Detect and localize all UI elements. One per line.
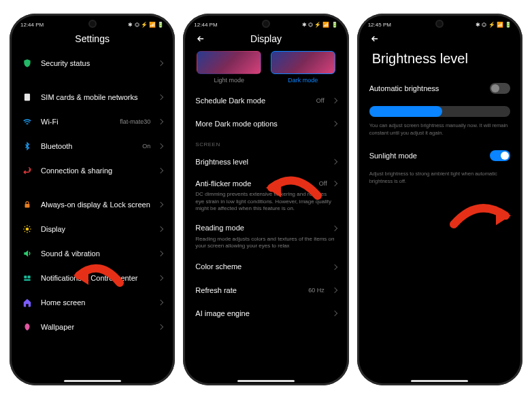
row-value: On (142, 143, 150, 150)
theme-mode-row: Light mode Dark mode (187, 51, 344, 89)
settings-row-display[interactable]: Display (14, 217, 171, 241)
page-title: Settings (10, 33, 175, 44)
sunlight-help: Adjust brightness to strong ambient ligh… (361, 168, 518, 192)
row-label: Wallpaper (41, 322, 150, 332)
chevron-right-icon (158, 168, 163, 173)
lock-icon (22, 199, 33, 210)
header: Brightness level (357, 31, 522, 76)
camera-notch (435, 20, 444, 28)
settings-row-sim-cards-mobile-networks[interactable]: SIM cards & mobile networks (14, 85, 171, 109)
settings-row-wallpaper[interactable]: Wallpaper (14, 315, 171, 339)
back-button[interactable] (369, 33, 380, 44)
brightness-help: You can adjust screen brightness manuall… (361, 120, 518, 143)
more-dark-mode-options[interactable]: More Dark mode options (187, 112, 344, 135)
svg-rect-1 (25, 204, 30, 208)
svg-rect-3 (24, 276, 27, 279)
chevron-right-icon (331, 311, 337, 316)
chevron-right-icon (331, 225, 337, 230)
phone-settings: 12:44 PM ✱ ⏣ ⚡ 📶 🔋 Settings Security sta… (10, 14, 175, 385)
row-label: Notifications & Control center (41, 273, 150, 283)
chevron-right-icon (158, 251, 163, 256)
camera-notch (88, 20, 97, 28)
light-mode-thumb (197, 51, 261, 74)
anti-flicker-mode[interactable]: Anti-flicker mode Off DC dimming prevent… (187, 173, 344, 218)
automatic-brightness[interactable]: Automatic brightness (361, 76, 518, 101)
svg-rect-0 (24, 94, 30, 101)
dark-mode-label: Dark mode (271, 77, 335, 84)
chevron-right-icon (158, 143, 163, 149)
status-icons-right: ✱ ⏣ ⚡ 📶 🔋 (302, 22, 338, 28)
row-label: Sound & vibration (41, 249, 150, 258)
camera-notch (262, 20, 270, 28)
chevron-right-icon (158, 202, 163, 207)
phone-brightness: 12:45 PM ✱ ⏣ ⚡ 📶 🔋 Brightness level Auto… (357, 14, 522, 385)
bluetooth-icon (22, 141, 33, 152)
dark-mode-thumb (271, 51, 335, 74)
ai-image-engine[interactable]: AI image engine (187, 302, 344, 325)
phone-display: 12:44 PM ✱ ⏣ ⚡ 📶 🔋 Display Light mode Da… (183, 14, 348, 385)
row-label: Display (41, 224, 150, 234)
sunlight-mode-toggle[interactable] (490, 150, 510, 161)
home-indicator[interactable] (64, 380, 121, 382)
svg-rect-4 (28, 276, 31, 279)
chevron-right-icon (158, 94, 163, 100)
status-time: 12:45 PM (368, 22, 391, 28)
page-title: Display (183, 33, 348, 44)
brightness-slider-fill (369, 106, 443, 117)
status-time: 12:44 PM (194, 22, 217, 28)
light-mode-card[interactable]: Light mode (197, 51, 261, 84)
chevron-right-icon (331, 264, 337, 269)
settings-row-always-on-display-lock-screen[interactable]: Always-on display & Lock screen (14, 192, 171, 217)
brightness-level[interactable]: Brightness level (187, 150, 344, 173)
sim-icon (22, 92, 33, 103)
row-label: Connection & sharing (41, 166, 150, 175)
chevron-right-icon (331, 158, 337, 164)
header: Settings (10, 31, 175, 51)
settings-row-security-status[interactable]: Security status (14, 51, 171, 75)
settings-row-wi-fi[interactable]: Wi-Fiflat-mate30 (14, 109, 171, 134)
chevron-right-icon (158, 60, 163, 66)
row-label: Home screen (41, 298, 150, 307)
notifications-icon (22, 273, 33, 283)
auto-brightness-toggle[interactable] (490, 83, 510, 94)
chevron-right-icon (158, 119, 163, 124)
settings-row-bluetooth[interactable]: BluetoothOn (14, 134, 171, 158)
wallpaper-icon (22, 322, 33, 332)
wifi-icon (22, 116, 33, 127)
sound-icon (22, 248, 33, 259)
status-icons-right: ✱ ⏣ ⚡ 📶 🔋 (476, 22, 512, 28)
brightness-content: Automatic brightness You can adjust scre… (357, 76, 522, 385)
shield-icon (22, 58, 33, 69)
light-mode-label: Light mode (197, 77, 261, 84)
svg-point-2 (26, 228, 29, 231)
display-list[interactable]: Light mode Dark mode Schedule Dark mode … (183, 51, 348, 385)
row-label: SIM cards & mobile networks (41, 92, 150, 102)
connection-icon (22, 165, 33, 176)
schedule-dark-mode[interactable]: Schedule Dark mode Off (187, 89, 344, 112)
home-indicator[interactable] (411, 380, 468, 382)
chevron-right-icon (158, 324, 163, 330)
chevron-right-icon (331, 98, 337, 103)
status-time: 12:44 PM (20, 22, 44, 28)
home-indicator[interactable] (237, 380, 295, 382)
page-title: Brightness level (369, 51, 468, 67)
settings-row-home-screen[interactable]: Home screen (14, 290, 171, 315)
settings-row-connection-sharing[interactable]: Connection & sharing (14, 158, 171, 183)
chevron-right-icon (331, 288, 337, 293)
dark-mode-card[interactable]: Dark mode (271, 51, 335, 84)
row-label: Security status (41, 58, 150, 68)
brightness-slider[interactable] (369, 106, 510, 117)
sunlight-mode[interactable]: Sunlight mode (361, 143, 518, 168)
header: Display (183, 31, 348, 51)
status-icons-right: ✱ ⏣ ⚡ 📶 🔋 (128, 22, 164, 28)
color-scheme[interactable]: Color scheme (187, 255, 344, 278)
refresh-rate[interactable]: Refresh rate 60 Hz (187, 279, 344, 302)
settings-row-sound-vibration[interactable]: Sound & vibration (14, 241, 171, 266)
settings-list[interactable]: Security statusSIM cards & mobile networ… (10, 51, 175, 385)
display-icon (22, 224, 33, 235)
settings-row-notifications-control-center[interactable]: Notifications & Control center (14, 266, 171, 290)
reading-mode[interactable]: Reading mode Reading mode adjusts colors… (187, 218, 344, 255)
chevron-right-icon (158, 300, 163, 305)
section-screen: SCREEN (187, 136, 344, 150)
chevron-right-icon (158, 275, 163, 281)
